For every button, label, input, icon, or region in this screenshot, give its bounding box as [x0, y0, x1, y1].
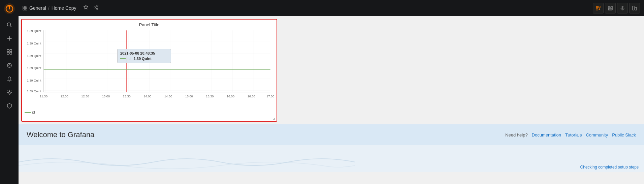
breadcrumb-current: Home Copy [52, 5, 76, 11]
panel-area: Panel Title 1.39 Qu [19, 16, 644, 124]
chart-svg: 1.39 Quint 1.39 Quint 1.39 Quint 1.39 Qu… [25, 29, 274, 103]
svg-point-4 [9, 8, 10, 9]
grafana-logo[interactable] [3, 3, 15, 15]
welcome-banner: Welcome to Grafana Need help? Documentat… [19, 124, 644, 145]
svg-text:1.39 Quint: 1.39 Quint [27, 79, 41, 82]
save-dashboard-button[interactable] [605, 3, 616, 13]
svg-rect-36 [44, 30, 270, 92]
main-content: General / Home Copy [19, 0, 644, 184]
wave-decoration [19, 152, 355, 172]
svg-rect-25 [596, 6, 598, 8]
panel-resize-handle[interactable]: ◢ [272, 117, 275, 120]
community-link[interactable]: Community [586, 132, 608, 137]
legend-label-id: id [32, 110, 35, 114]
topbar: General / Home Copy [19, 0, 644, 16]
svg-rect-32 [609, 8, 612, 10]
svg-line-23 [95, 6, 96, 7]
svg-point-2 [8, 5, 10, 7]
add-panel-button[interactable] [593, 3, 604, 13]
svg-rect-9 [7, 50, 9, 52]
svg-point-20 [97, 5, 98, 6]
svg-line-24 [95, 8, 96, 9]
svg-point-13 [7, 63, 11, 67]
svg-point-15 [8, 92, 10, 93]
panel-chart: 1.39 Quint 1.39 Quint 1.39 Quint 1.39 Qu… [25, 29, 274, 110]
svg-text:12:30: 12:30 [81, 95, 89, 98]
svg-rect-26 [599, 6, 600, 8]
svg-rect-12 [10, 52, 12, 54]
svg-rect-30 [608, 6, 612, 10]
panel-view-button[interactable] [629, 3, 640, 13]
legend-line-id [25, 112, 31, 113]
panel-legend: id [25, 110, 274, 114]
sidebar-item-search[interactable] [3, 19, 15, 31]
svg-point-33 [622, 7, 623, 9]
svg-rect-18 [23, 8, 25, 10]
svg-rect-16 [23, 6, 25, 8]
tutorials-link[interactable]: Tutorials [565, 132, 582, 137]
svg-text:13:30: 13:30 [123, 95, 131, 98]
svg-text:17:00: 17:00 [266, 95, 274, 98]
topbar-actions [82, 4, 100, 12]
need-help-label: Need help? [505, 132, 528, 137]
svg-rect-35 [635, 7, 637, 10]
svg-text:14:00: 14:00 [143, 95, 151, 98]
svg-rect-34 [633, 6, 634, 10]
sidebar-item-dashboards[interactable] [3, 46, 15, 58]
svg-text:1.39 Quint: 1.39 Quint [27, 42, 41, 45]
svg-text:16:00: 16:00 [227, 95, 234, 98]
sidebar [0, 0, 19, 184]
svg-rect-19 [25, 8, 27, 10]
breadcrumb-separator: / [48, 5, 50, 11]
svg-text:11:30: 11:30 [40, 95, 47, 98]
svg-text:15:00: 15:00 [185, 95, 193, 98]
panel-container: Panel Title 1.39 Qu [21, 19, 277, 122]
svg-rect-11 [7, 52, 9, 54]
svg-rect-17 [25, 6, 27, 8]
svg-text:15:30: 15:30 [206, 95, 214, 98]
svg-point-21 [94, 7, 95, 8]
bottom-section: Checking completed setup steps [19, 145, 644, 172]
svg-text:1.39 Quint: 1.39 Quint [27, 89, 41, 93]
grid-icon [23, 6, 27, 10]
sidebar-item-explore[interactable] [3, 59, 15, 71]
svg-line-6 [10, 26, 11, 27]
dashboard-settings-button[interactable] [617, 3, 628, 13]
breadcrumb: General / Home Copy [23, 5, 76, 11]
sidebar-item-shield[interactable] [3, 100, 15, 112]
topbar-right-actions [593, 3, 640, 13]
star-button[interactable] [82, 4, 90, 12]
svg-text:1.39 Quint: 1.39 Quint [27, 29, 41, 33]
svg-rect-10 [10, 50, 12, 52]
panel-title: Panel Title [25, 22, 274, 27]
bottom-area: Welcome to Grafana Need help? Documentat… [19, 124, 644, 172]
content-scroll[interactable]: Panel Title 1.39 Qu [19, 16, 644, 184]
sidebar-item-alerting[interactable] [3, 73, 15, 85]
svg-point-22 [97, 8, 98, 10]
public-slack-link[interactable]: Public Slack [612, 132, 636, 137]
documentation-link[interactable]: Documentation [532, 132, 561, 137]
svg-text:1.39 Quint: 1.39 Quint [27, 66, 41, 70]
svg-text:12:00: 12:00 [61, 95, 68, 98]
share-button[interactable] [92, 4, 100, 12]
svg-text:1.39 Quint: 1.39 Quint [27, 54, 41, 58]
svg-rect-31 [609, 6, 611, 7]
welcome-title: Welcome to Grafana [27, 130, 94, 139]
svg-text:13:00: 13:00 [102, 95, 110, 98]
welcome-help: Need help? Documentation Tutorials Commu… [505, 132, 636, 137]
svg-text:16:30: 16:30 [248, 95, 255, 98]
breadcrumb-general[interactable]: General [29, 5, 46, 11]
svg-rect-27 [596, 8, 598, 10]
svg-text:14:30: 14:30 [164, 95, 172, 98]
sidebar-item-configuration[interactable] [3, 86, 15, 98]
sidebar-item-create[interactable] [3, 32, 15, 44]
setup-steps-link[interactable]: Checking completed setup steps [580, 165, 639, 170]
svg-point-14 [9, 65, 10, 66]
